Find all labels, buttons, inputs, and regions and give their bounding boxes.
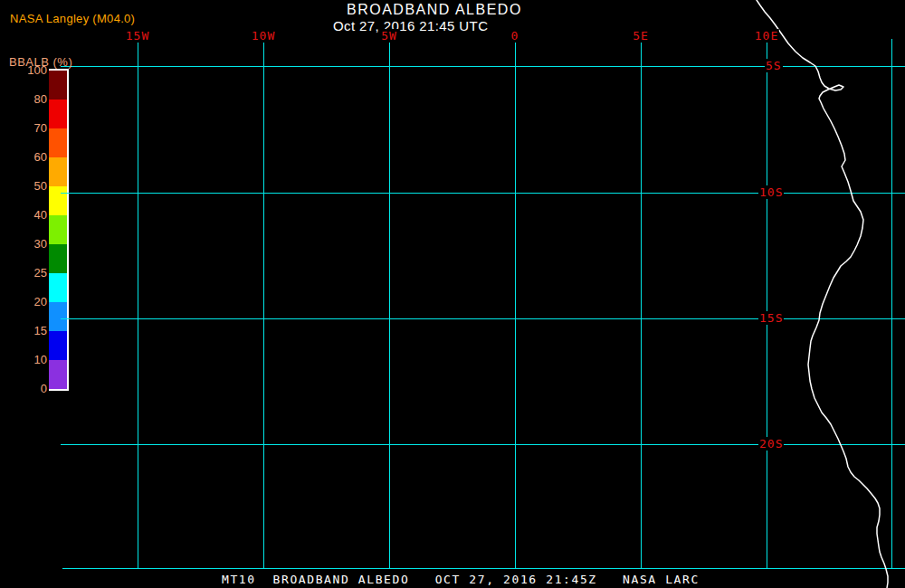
colorbar-band-80-100 xyxy=(49,71,67,100)
lon-label-15W: 15W xyxy=(125,29,150,43)
colorbar-tick-50: 50 xyxy=(0,179,47,193)
albedo-map-screen: NASA Langley (M04.0) BROADBAND ALBEDO Oc… xyxy=(0,0,905,588)
timestamp-label: Oct 27, 2016 21:45 UTC xyxy=(333,18,488,33)
lon-label-5W: 5W xyxy=(380,29,398,43)
lon-label-10E: 10E xyxy=(754,29,779,43)
colorbar-band-50-60 xyxy=(49,157,67,186)
lon-label-10W: 10W xyxy=(251,29,276,43)
colorbar xyxy=(49,69,69,391)
colorbar-band-10-15 xyxy=(49,331,67,360)
colorbar-band-15-20 xyxy=(49,302,67,331)
lon-label-0: 0 xyxy=(510,29,520,43)
colorbar-tick-60: 60 xyxy=(0,150,47,164)
lat-label-10S: 10S xyxy=(758,185,784,199)
colorbar-band-30-40 xyxy=(49,215,67,244)
map-grid-and-coastline xyxy=(0,0,905,588)
colorbar-band-40-50 xyxy=(49,186,67,215)
colorbar-band-60-70 xyxy=(49,128,67,157)
colorbar-tick-15: 15 xyxy=(0,324,47,337)
colorbar-band-20-25 xyxy=(49,273,67,302)
provider-label: NASA Langley (M04.0) xyxy=(10,12,135,25)
lon-label-5E: 5E xyxy=(632,29,650,43)
colorbar-tick-0: 0 xyxy=(0,382,47,395)
page-title: BROADBAND ALBEDO xyxy=(347,2,522,18)
colorbar-band-0-10 xyxy=(49,360,67,389)
colorbar-tick-40: 40 xyxy=(0,208,47,222)
lat-label-5S: 5S xyxy=(765,59,783,72)
colorbar-tick-80: 80 xyxy=(0,92,47,106)
colorbar-tick-10: 10 xyxy=(0,353,47,366)
lat-label-15S: 15S xyxy=(758,311,784,325)
lat-label-20S: 20S xyxy=(758,437,784,450)
footer-caption: MT10 BROADBAND ALBEDO OCT 27, 2016 21:45… xyxy=(222,573,700,586)
colorbar-tick-30: 30 xyxy=(0,237,47,251)
colorbar-tick-70: 70 xyxy=(0,121,47,135)
colorbar-band-70-80 xyxy=(49,100,67,128)
colorbar-tick-25: 25 xyxy=(0,266,47,280)
coastline-path xyxy=(757,0,888,588)
colorbar-tick-20: 20 xyxy=(0,295,47,308)
colorbar-tick-100: 100 xyxy=(0,63,47,77)
colorbar-band-25-30 xyxy=(49,244,67,273)
